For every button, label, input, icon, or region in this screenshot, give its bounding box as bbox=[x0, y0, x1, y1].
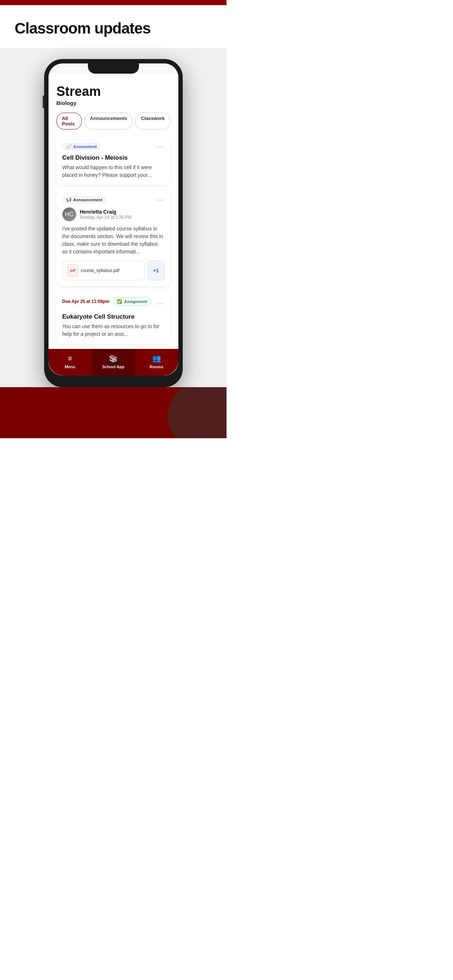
menu-icon: ≡ bbox=[68, 355, 72, 363]
top-bar bbox=[0, 0, 226, 5]
attachment-row: pdf course_syllabus.pdf +1 bbox=[62, 261, 164, 280]
due-label: Due Apr 25 at 11:59pm bbox=[62, 299, 109, 304]
pdf-attachment[interactable]: pdf course_syllabus.pdf bbox=[62, 261, 145, 280]
author-name: Henrietta Craig bbox=[80, 209, 132, 215]
assessment-badge-label: Assessment bbox=[73, 145, 97, 149]
assignment-body: You can use them as resources to go to f… bbox=[62, 323, 164, 338]
announcement-badge-label: Announcement bbox=[73, 197, 102, 202]
assignment-icon: ✅ bbox=[117, 299, 122, 304]
assignment-badge-label: Assignment bbox=[124, 299, 147, 304]
more-options-icon[interactable]: ··· bbox=[156, 143, 164, 151]
assignment-badge: ✅ Assignment bbox=[113, 297, 151, 306]
nav-menu-label: Menu bbox=[65, 364, 75, 369]
assessment-icon: 📈 bbox=[66, 144, 72, 149]
announcement-badge: 📢 Announcement bbox=[62, 196, 106, 204]
nav-school-app[interactable]: 📚 School App bbox=[91, 349, 135, 375]
phone-notch bbox=[88, 64, 139, 74]
bottom-nav: ≡ Menu 📚 School App 👥 Rooms bbox=[48, 349, 179, 375]
mid-section: Stream Biology All Posts Announcements C… bbox=[0, 48, 226, 387]
announcement-body: I've posted the updated course syllabus … bbox=[62, 225, 164, 256]
nav-school-app-label: School App bbox=[102, 364, 124, 369]
nav-rooms-label: Rooms bbox=[150, 364, 163, 369]
attachment-name: course_syllabus.pdf bbox=[81, 268, 120, 273]
filter-tabs: All Posts Announcements Classwork bbox=[57, 113, 170, 129]
assignment-title: Eukaryote Cell Structure bbox=[62, 313, 164, 320]
tab-all-posts[interactable]: All Posts bbox=[57, 113, 82, 129]
nav-menu[interactable]: ≡ Menu bbox=[48, 349, 92, 375]
due-row: Due Apr 25 at 11:59pm ✅ Assignment bbox=[62, 297, 152, 306]
assignment-more-icon[interactable]: ··· bbox=[156, 300, 164, 307]
announcement-more-icon[interactable]: ··· bbox=[156, 196, 164, 204]
phone-frame: Stream Biology All Posts Announcements C… bbox=[44, 59, 183, 387]
author-row: HC Henrietta Craig Sunday, Apr 19 at 2:3… bbox=[62, 207, 164, 221]
author-info: Henrietta Craig Sunday, Apr 19 at 2:35 P… bbox=[80, 209, 132, 220]
avatar: HC bbox=[62, 207, 76, 221]
tab-classwork[interactable]: Classwork bbox=[135, 113, 170, 129]
announcement-card[interactable]: 📢 Announcement ··· HC Henrietta Craig Su… bbox=[57, 190, 170, 286]
tab-announcements[interactable]: Announcements bbox=[85, 113, 133, 129]
announcement-card-header: 📢 Announcement ··· bbox=[62, 196, 164, 204]
assessment-title: Cell Division - Meiosis bbox=[62, 154, 164, 162]
assessment-badge: 📈 Assessment bbox=[62, 143, 100, 151]
more-files-button[interactable]: +1 bbox=[148, 261, 164, 280]
stream-title: Stream bbox=[57, 84, 170, 99]
rooms-icon: 👥 bbox=[152, 354, 161, 363]
hero-section: Classroom updates bbox=[0, 5, 226, 48]
assessment-card[interactable]: 📈 Assessment ··· Cell Division - Meiosis… bbox=[57, 137, 170, 185]
assignment-card-header: Due Apr 25 at 11:59pm ✅ Assignment ··· bbox=[62, 297, 164, 310]
assessment-body: What would happen to this cell if it wer… bbox=[62, 164, 164, 179]
card-header: 📈 Assessment ··· bbox=[62, 143, 164, 151]
school-app-icon: 📚 bbox=[109, 354, 118, 363]
phone-screen: Stream Biology All Posts Announcements C… bbox=[48, 64, 179, 375]
page-title: Classroom updates bbox=[0, 5, 226, 48]
subject-label: Biology bbox=[57, 100, 170, 106]
announcement-icon: 📢 bbox=[66, 197, 72, 202]
bottom-section bbox=[0, 387, 226, 438]
pdf-icon: pdf bbox=[68, 264, 78, 277]
screen-content: Stream Biology All Posts Announcements C… bbox=[48, 74, 179, 349]
assignment-card[interactable]: Due Apr 25 at 11:59pm ✅ Assignment ··· E… bbox=[57, 291, 170, 344]
author-date: Sunday, Apr 19 at 2:35 PM bbox=[80, 215, 132, 220]
page-container: Classroom updates Stream Biology All Pos… bbox=[0, 0, 226, 490]
more-files-count: +1 bbox=[153, 267, 159, 274]
nav-rooms[interactable]: 👥 Rooms bbox=[135, 349, 179, 375]
